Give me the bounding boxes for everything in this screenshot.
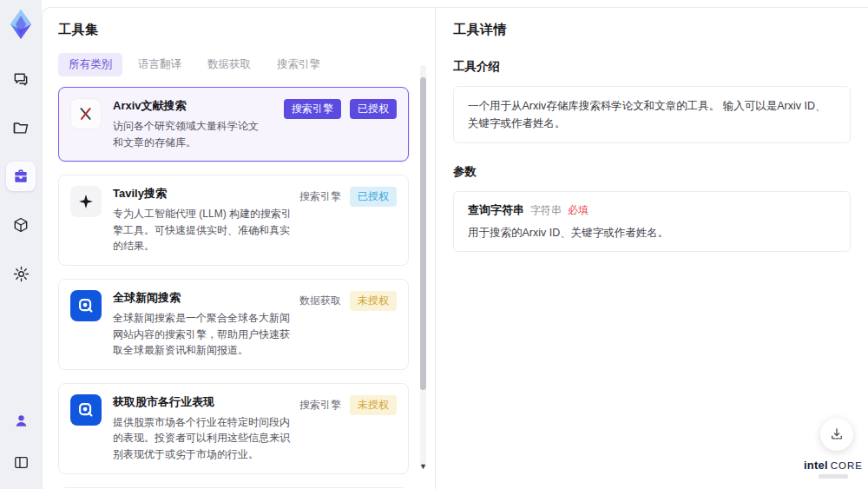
- download-icon: [829, 426, 845, 442]
- auth-badge: 已授权: [350, 187, 397, 207]
- tool-title: Tavily搜索: [113, 186, 299, 202]
- brand-core: core: [831, 460, 863, 471]
- auth-badge: 未授权: [350, 291, 397, 311]
- chat-icon[interactable]: [6, 64, 36, 94]
- list-scrollbar-thumb[interactable]: [420, 77, 426, 390]
- tool-desc: 提供股票市场各个行业在特定时间段内的表现。投资者可以利用这些信息来识别表现优于或…: [113, 414, 299, 463]
- category-badge: 搜索引擎: [299, 187, 341, 207]
- intro-box: 一个用于从Arxiv存储库搜索科学论文和文章的工具。 输入可以是Arxiv ID…: [453, 86, 851, 143]
- tool-title: Arxiv文献搜索: [113, 98, 266, 114]
- auth-badge: 未授权: [350, 395, 397, 415]
- param-type: 字符串: [530, 203, 562, 218]
- intro-heading: 工具介绍: [453, 59, 851, 75]
- tool-list-panel: 工具集 所有类别语言翻译数据获取搜索引擎 Arxiv文献搜索 访问各个研究领域大…: [43, 8, 435, 489]
- tool-card[interactable]: 获取市场最活跃股票信息 提供当天交易量最高的股票列表，投资者可以利用这些信息来识…: [58, 487, 409, 488]
- rail-bottom: [6, 406, 36, 477]
- left-rail: [0, 0, 42, 489]
- rail-nav: [6, 64, 36, 288]
- gear-icon[interactable]: [6, 259, 36, 288]
- tool-desc: 专为人工智能代理 (LLM) 构建的搜索引擎工具。可快速提供实时、准确和真实的结…: [113, 206, 299, 254]
- param-name: 查询字符串: [468, 202, 524, 218]
- intro-text: 一个用于从Arxiv存储库搜索科学论文和文章的工具。 输入可以是Arxiv ID…: [468, 97, 836, 132]
- tool-card[interactable]: Tavily搜索 专为人工智能代理 (LLM) 构建的搜索引擎工具。可快速提供实…: [58, 175, 409, 266]
- toolbox-icon[interactable]: [6, 162, 36, 191]
- list-scrollbar-track[interactable]: [420, 65, 426, 468]
- intel-core-logo: intel core: [807, 459, 859, 479]
- tab-3[interactable]: 搜索引擎: [266, 53, 331, 76]
- tool-desc: 全球新闻搜索是一个聚合全球各大新闻网站内容的搜索引擎，帮助用户快速获取全球最新资…: [113, 310, 299, 359]
- user-icon[interactable]: [6, 406, 36, 435]
- cube-icon[interactable]: [6, 210, 36, 240]
- param-required-badge: 必填: [568, 203, 589, 218]
- tool-card[interactable]: 获取股市各行业表现 提供股票市场各个行业在特定时间段内的表现。投资者可以利用这些…: [58, 383, 409, 474]
- download-button[interactable]: [820, 418, 853, 451]
- gem-logo-icon[interactable]: [7, 9, 35, 40]
- tool-detail-panel: 工具详情 工具介绍 一个用于从Arxiv存储库搜索科学论文和文章的工具。 输入可…: [435, 8, 868, 489]
- scrollbar-down-arrow-icon[interactable]: ▼: [419, 463, 427, 471]
- category-badge: 搜索引擎: [299, 395, 341, 415]
- brand-subline: [819, 474, 848, 479]
- tab-1[interactable]: 语言翻译: [128, 53, 192, 76]
- tool-list: Arxiv文献搜索 访问各个研究领域大量科学论文和文章的存储库。 搜索引擎 已授…: [58, 87, 435, 488]
- app-panel: 工具集 所有类别语言翻译数据获取搜索引擎 Arxiv文献搜索 访问各个研究领域大…: [42, 7, 868, 489]
- category-badge: 搜索引擎: [284, 99, 341, 119]
- sparkle-icon: [70, 186, 102, 217]
- params-heading: 参数: [453, 164, 851, 180]
- param-box: 查询字符串 字符串 必填 用于搜索的Arxiv ID、关键字或作者姓名。: [453, 191, 851, 252]
- folder-icon[interactable]: [6, 113, 36, 142]
- tool-title: 全球新闻搜索: [113, 290, 299, 306]
- param-desc: 用于搜索的Arxiv ID、关键字或作者姓名。: [468, 226, 836, 241]
- tool-title: 获取股市各行业表现: [113, 394, 299, 410]
- category-tabs: 所有类别语言翻译数据获取搜索引擎: [58, 53, 435, 76]
- category-badge: 数据获取: [299, 291, 341, 311]
- tool-card[interactable]: 全球新闻搜索 全球新闻搜索是一个聚合全球各大新闻网站内容的搜索引擎，帮助用户快速…: [58, 279, 409, 370]
- tab-2[interactable]: 数据获取: [197, 53, 261, 76]
- blue-app-icon: [70, 290, 102, 321]
- arxiv-icon: [70, 98, 102, 129]
- auth-badge: 已授权: [350, 99, 397, 119]
- tool-card[interactable]: Arxiv文献搜索 访问各个研究领域大量科学论文和文章的存储库。 搜索引擎 已授…: [58, 87, 409, 162]
- brand-intel: intel: [804, 459, 828, 472]
- tool-desc: 访问各个研究领域大量科学论文和文章的存储库。: [113, 118, 266, 150]
- detail-title: 工具详情: [453, 22, 851, 38]
- page-title: 工具集: [58, 22, 435, 38]
- blue-app-icon: [70, 394, 102, 426]
- tab-0[interactable]: 所有类别: [58, 53, 122, 76]
- panel-icon[interactable]: [6, 447, 36, 477]
